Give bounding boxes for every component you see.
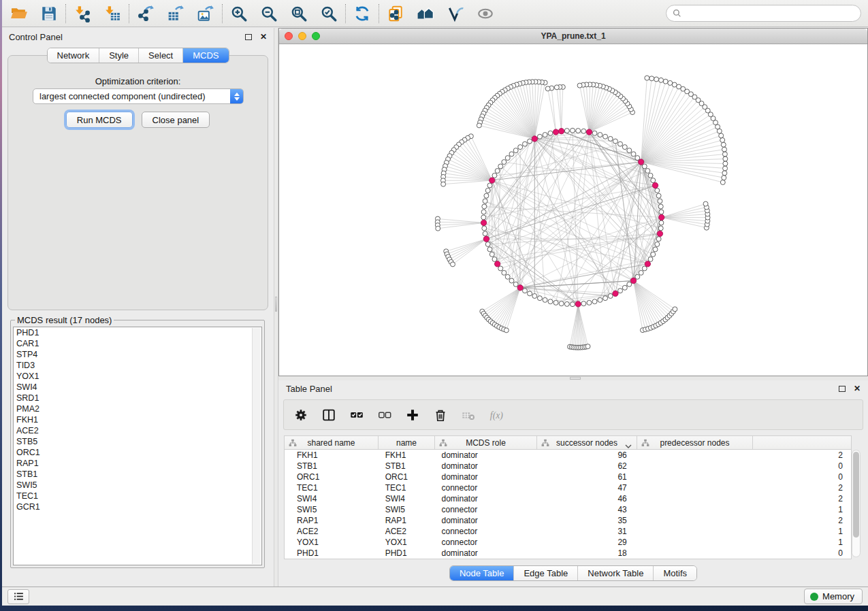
network-node[interactable]	[648, 257, 653, 262]
fit-content-button[interactable]	[289, 3, 309, 24]
cell-shared-name[interactable]: STB1	[285, 461, 379, 472]
mcds-result-item[interactable]: PMA2	[14, 403, 261, 414]
network-node[interactable]	[481, 215, 486, 220]
mcds-result-item[interactable]: CAR1	[14, 338, 261, 349]
tab-style[interactable]: Style	[99, 48, 139, 63]
table-row[interactable]: PHD1PHD1dominator180	[285, 548, 851, 559]
network-node[interactable]	[651, 252, 656, 257]
network-hub-node[interactable]	[532, 136, 537, 142]
network-node[interactable]	[564, 129, 569, 133]
network-node[interactable]	[581, 301, 586, 306]
scrollbar-thumb[interactable]	[853, 452, 859, 538]
network-leaf-node[interactable]	[722, 176, 726, 180]
cell-predecessor-nodes[interactable]: 2	[637, 515, 851, 526]
network-node[interactable]	[645, 169, 650, 174]
zoom-out-button[interactable]	[259, 3, 279, 24]
table-row[interactable]: RAP1RAP1dominator352	[285, 515, 851, 526]
network-node[interactable]	[603, 134, 608, 139]
network-node[interactable]	[513, 148, 518, 153]
clone-network-button[interactable]	[385, 3, 406, 24]
network-leaf-node[interactable]	[504, 328, 509, 333]
network-node[interactable]	[489, 252, 494, 257]
network-node[interactable]	[502, 160, 507, 165]
network-node[interactable]	[502, 270, 507, 275]
network-node[interactable]	[656, 193, 661, 198]
cell-shared-name[interactable]: SWI5	[285, 504, 379, 515]
import-table-from-file-button[interactable]	[102, 3, 123, 24]
column-header-successor-nodes[interactable]: successor nodes	[537, 436, 637, 449]
column-header-shared-name[interactable]: shared name	[285, 436, 379, 449]
export-table-button[interactable]	[165, 3, 186, 24]
network-leaf-node[interactable]	[703, 201, 708, 206]
network-node[interactable]	[658, 199, 662, 203]
network-hub-node[interactable]	[558, 129, 564, 134]
tab-select[interactable]: Select	[139, 48, 183, 63]
cell-predecessor-nodes[interactable]: 2	[637, 482, 851, 493]
network-canvas[interactable]	[279, 45, 867, 376]
network-leaf-node[interactable]	[723, 166, 728, 171]
splitter-grip-icon[interactable]	[570, 377, 581, 380]
network-node[interactable]	[564, 301, 569, 306]
network-leaf-node[interactable]	[659, 78, 664, 82]
network-window-titlebar[interactable]: YPA_prune.txt_1	[279, 29, 867, 44]
mcds-result-item[interactable]: SWI4	[14, 382, 261, 393]
tab-edge-table[interactable]: Edge Table	[514, 566, 578, 580]
cell-MCDS-role[interactable]: connector	[435, 504, 537, 515]
cell-predecessor-nodes[interactable]: 0	[637, 548, 851, 559]
cell-MCDS-role[interactable]: connector	[435, 482, 537, 493]
cell-predecessor-nodes[interactable]: 2	[637, 450, 851, 461]
cell-shared-name[interactable]: SWI4	[285, 493, 379, 504]
search-box[interactable]	[666, 5, 861, 22]
cell-MCDS-role[interactable]: dominator	[435, 548, 537, 559]
network-node[interactable]	[570, 128, 575, 133]
mcds-result-item[interactable]: ORC1	[14, 447, 261, 458]
network-node[interactable]	[518, 145, 523, 150]
network-leaf-node[interactable]	[649, 76, 654, 81]
network-node[interactable]	[543, 297, 547, 302]
table-row[interactable]: ORC1ORC1dominator610	[285, 472, 851, 482]
save-session-button[interactable]	[39, 3, 59, 24]
cell-successor-nodes[interactable]: 18	[536, 548, 637, 559]
network-leaf-node[interactable]	[668, 80, 673, 85]
column-header-MCDS-role[interactable]: MCDS role	[435, 436, 537, 449]
network-node[interactable]	[653, 247, 658, 252]
table-row[interactable]: FKH1FKH1dominator962	[285, 450, 851, 461]
network-node[interactable]	[613, 139, 617, 144]
network-hub-node[interactable]	[638, 159, 643, 165]
network-node[interactable]	[484, 193, 489, 198]
close-panel-icon[interactable]: ✕	[260, 33, 267, 40]
network-leaf-node[interactable]	[720, 137, 725, 142]
cell-predecessor-nodes[interactable]: 1	[637, 537, 851, 548]
float-panel-icon[interactable]	[839, 386, 846, 392]
network-node[interactable]	[635, 274, 640, 279]
network-leaf-node[interactable]	[720, 180, 725, 185]
cell-successor-nodes[interactable]: 31	[536, 526, 637, 537]
network-node[interactable]	[498, 164, 503, 169]
network-node[interactable]	[492, 257, 497, 262]
cell-name[interactable]: SWI4	[379, 493, 435, 504]
deselect-all-rows-button[interactable]	[376, 407, 393, 423]
network-leaf-node[interactable]	[717, 129, 722, 133]
network-hub-node[interactable]	[630, 278, 636, 283]
mcds-result-item[interactable]: SWI5	[14, 480, 261, 491]
network-leaf-node[interactable]	[722, 152, 727, 156]
select-all-rows-button[interactable]	[349, 407, 365, 423]
network-leaf-node[interactable]	[585, 344, 590, 349]
cell-predecessor-nodes[interactable]: 2	[637, 493, 851, 504]
network-node[interactable]	[658, 204, 663, 209]
close-panel-icon[interactable]: ✕	[854, 385, 861, 392]
float-panel-icon[interactable]	[245, 34, 252, 40]
network-node[interactable]	[485, 188, 490, 193]
network-node[interactable]	[498, 266, 503, 271]
cell-successor-nodes[interactable]: 96	[536, 450, 637, 461]
network-hub-node[interactable]	[489, 178, 495, 183]
cell-name[interactable]: YOX1	[379, 537, 435, 548]
network-node[interactable]	[492, 173, 497, 178]
cell-successor-nodes[interactable]: 35	[536, 515, 637, 526]
tab-motifs[interactable]: Motifs	[654, 566, 696, 580]
network-node[interactable]	[483, 199, 487, 203]
mcds-result-list[interactable]: PHD1CAR1STP4TID3YOX1SWI4SRD1PMA2FKH1ACE2…	[13, 327, 262, 565]
cell-shared-name[interactable]: TEC1	[285, 482, 379, 493]
network-leaf-node[interactable]	[672, 82, 677, 87]
network-node[interactable]	[658, 226, 663, 231]
